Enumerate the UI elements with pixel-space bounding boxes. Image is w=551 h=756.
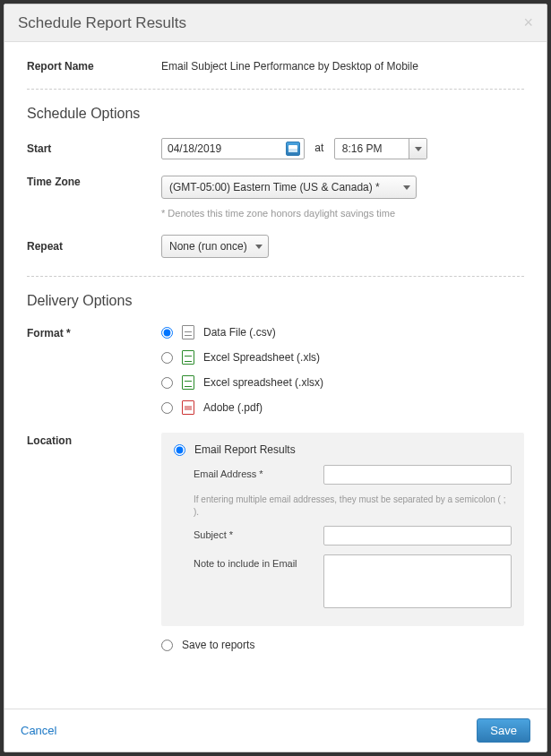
file-csv-icon bbox=[182, 325, 194, 339]
close-icon[interactable]: × bbox=[523, 13, 533, 32]
file-xlsx-icon bbox=[182, 375, 194, 390]
format-option-csv[interactable]: Data File (.csv) bbox=[161, 325, 524, 339]
timezone-fields: (GMT-05:00) Eastern Time (US & Canada) *… bbox=[161, 176, 524, 219]
calendar-icon[interactable] bbox=[286, 142, 300, 156]
location-options: Email Report Results Email Address * If … bbox=[161, 433, 524, 651]
schedule-report-modal: Schedule Report Results × Report Name Em… bbox=[4, 4, 547, 752]
report-name-value: Email Subject Line Performance by Deskto… bbox=[161, 60, 524, 73]
note-textarea[interactable] bbox=[323, 554, 512, 608]
modal-footer: Cancel Save bbox=[4, 709, 547, 752]
modal-header: Schedule Report Results × bbox=[4, 4, 547, 42]
format-label: Format * bbox=[27, 325, 161, 339]
email-address-label: Email Address * bbox=[194, 465, 323, 479]
format-radio-csv[interactable] bbox=[161, 327, 173, 339]
note-label: Note to include in Email bbox=[194, 554, 323, 569]
report-name-label: Report Name bbox=[27, 60, 161, 73]
at-label: at bbox=[314, 142, 323, 154]
repeat-value: None (run once) bbox=[169, 240, 247, 253]
time-dropdown-button[interactable] bbox=[409, 139, 426, 159]
start-fields: 04/18/2019 at 8:16 PM bbox=[161, 138, 524, 159]
format-csv-label: Data File (.csv) bbox=[203, 326, 276, 339]
report-name-row: Report Name Email Subject Line Performan… bbox=[27, 60, 524, 73]
email-hint: If entering multiple email addresses, th… bbox=[194, 494, 512, 519]
cancel-button[interactable]: Cancel bbox=[21, 724, 56, 737]
delivery-options-heading: Delivery Options bbox=[27, 293, 524, 309]
repeat-select[interactable]: None (run once) bbox=[161, 235, 269, 258]
location-option-email[interactable]: Email Report Results bbox=[174, 443, 512, 456]
timezone-value: (GMT-05:00) Eastern Time (US & Canada) * bbox=[169, 181, 380, 193]
chevron-down-icon bbox=[415, 147, 422, 151]
email-option-label: Email Report Results bbox=[194, 443, 296, 456]
subject-row: Subject * bbox=[194, 526, 512, 546]
divider bbox=[27, 276, 524, 277]
format-radio-xls[interactable] bbox=[161, 352, 173, 364]
repeat-row: Repeat None (run once) bbox=[27, 235, 524, 258]
format-option-xlsx[interactable]: Excel spreadsheet (.xlsx) bbox=[161, 375, 524, 390]
location-radio-email[interactable] bbox=[174, 444, 185, 456]
email-location-box: Email Report Results Email Address * If … bbox=[161, 433, 524, 626]
modal-title: Schedule Report Results bbox=[18, 14, 186, 32]
start-time-input[interactable]: 8:16 PM bbox=[334, 138, 428, 159]
format-xls-label: Excel Spreadsheet (.xls) bbox=[203, 351, 320, 364]
format-radio-pdf[interactable] bbox=[161, 402, 173, 414]
start-date-input[interactable]: 04/18/2019 bbox=[161, 138, 305, 159]
start-label: Start bbox=[27, 142, 161, 155]
schedule-options-heading: Schedule Options bbox=[27, 106, 524, 122]
repeat-label: Repeat bbox=[27, 240, 161, 253]
timezone-hint: * Denotes this time zone honors daylight… bbox=[161, 208, 524, 219]
divider bbox=[27, 89, 524, 90]
format-option-pdf[interactable]: Adobe (.pdf) bbox=[161, 400, 524, 415]
save-button[interactable]: Save bbox=[477, 718, 530, 743]
location-option-save[interactable]: Save to reports bbox=[161, 639, 524, 651]
format-xlsx-label: Excel spreadsheet (.xlsx) bbox=[203, 376, 323, 389]
timezone-row: Time Zone (GMT-05:00) Eastern Time (US &… bbox=[27, 176, 524, 219]
email-address-input[interactable] bbox=[323, 465, 512, 485]
start-time-value: 8:16 PM bbox=[335, 142, 409, 155]
format-options: Data File (.csv) Excel Spreadsheet (.xls… bbox=[161, 325, 524, 415]
format-pdf-label: Adobe (.pdf) bbox=[203, 401, 263, 414]
format-radio-xlsx[interactable] bbox=[161, 377, 173, 389]
file-pdf-icon bbox=[182, 400, 194, 415]
format-section: Format * Data File (.csv) Excel Spreadsh… bbox=[27, 325, 524, 415]
save-to-reports-label: Save to reports bbox=[182, 639, 254, 651]
location-radio-save[interactable] bbox=[161, 640, 173, 651]
note-row: Note to include in Email bbox=[194, 554, 512, 612]
location-section: Location Email Report Results Email Addr… bbox=[27, 433, 524, 651]
subject-input[interactable] bbox=[323, 526, 512, 546]
chevron-down-icon bbox=[255, 245, 263, 249]
timezone-select[interactable]: (GMT-05:00) Eastern Time (US & Canada) * bbox=[161, 176, 417, 199]
email-address-row: Email Address * bbox=[194, 465, 512, 485]
modal-body: Report Name Email Subject Line Performan… bbox=[4, 42, 547, 709]
start-date-value: 04/18/2019 bbox=[168, 142, 221, 155]
repeat-fields: None (run once) bbox=[161, 235, 524, 258]
chevron-down-icon bbox=[403, 185, 410, 190]
subject-label: Subject * bbox=[194, 526, 323, 540]
format-option-xls[interactable]: Excel Spreadsheet (.xls) bbox=[161, 350, 524, 365]
location-label: Location bbox=[27, 433, 161, 447]
file-xls-icon bbox=[182, 350, 194, 365]
start-row: Start 04/18/2019 at 8:16 PM bbox=[27, 138, 524, 159]
timezone-label: Time Zone bbox=[27, 176, 161, 188]
